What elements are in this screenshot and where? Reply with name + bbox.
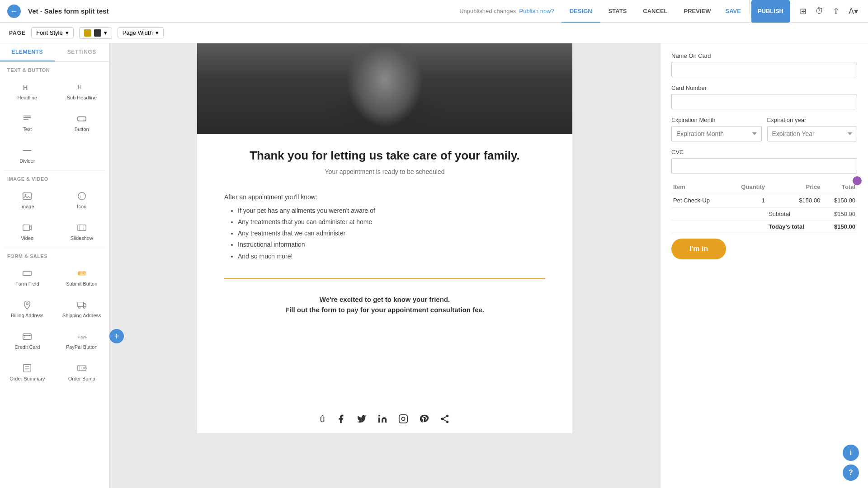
svg-rect-4 — [24, 119, 28, 120]
subtotal-value: $150.00 — [822, 208, 857, 221]
linkedin-icon[interactable] — [377, 414, 387, 424]
svg-text:H: H — [78, 84, 82, 90]
divider-icon — [22, 145, 32, 155]
text-button[interactable]: A▾ — [846, 5, 861, 18]
expiration-month-wrapper: Expiration Month January February March … — [671, 126, 762, 141]
table-row: Pet Check-Up 1 $150.00 $150.00 — [671, 193, 857, 208]
today-total-label: Today's total — [767, 221, 822, 233]
page-width-label: Page Width — [123, 29, 153, 36]
history-button[interactable]: ⏱ — [813, 5, 826, 18]
facebook-icon[interactable]: û — [320, 414, 325, 424]
thank-you-section: Thank you for letting us take care of yo… — [197, 134, 572, 193]
info-fab[interactable]: i — [843, 445, 859, 461]
tab-preview[interactable]: PREVIEW — [676, 0, 719, 23]
item-col-header: Item — [671, 181, 728, 193]
paypal-button-element[interactable]: PayPal PayPal Button — [55, 325, 109, 357]
svg-text:+ add: + add — [80, 366, 87, 370]
pinterest-icon[interactable] — [419, 414, 429, 424]
order-bump-icon: + add — [77, 363, 87, 373]
tab-stats[interactable]: STATS — [600, 0, 635, 23]
left-panel: ELEMENTS SETTINGS TEXT & BUTTON H Headli… — [0, 43, 109, 488]
elements-tab[interactable]: ELEMENTS — [0, 43, 55, 61]
list-item: Any treatments that we can administer — [238, 228, 545, 239]
today-total-value: $150.00 — [822, 221, 857, 233]
shipping-address-element[interactable]: Shipping Address — [55, 293, 109, 325]
image-element[interactable]: Image — [0, 184, 55, 216]
form-field-element[interactable]: Form Field — [0, 262, 55, 293]
icon-element[interactable]: i Icon — [55, 184, 109, 216]
svg-rect-19 — [78, 302, 84, 307]
color-picker-dropdown[interactable]: ▾ — [79, 27, 112, 39]
svg-line-39 — [443, 419, 446, 421]
form-sales-section-header: FORM & SALES — [0, 248, 109, 262]
nav-tabs: DESIGN STATS CANCEL PREVIEW SAVE PUBLISH — [561, 0, 790, 23]
button-element[interactable]: Button — [55, 107, 109, 139]
tab-design[interactable]: DESIGN — [561, 0, 600, 23]
credit-card-element[interactable]: Credit Card — [0, 325, 55, 357]
font-style-dropdown[interactable]: Font Style ▾ — [31, 27, 74, 38]
twitter-icon[interactable] — [357, 414, 367, 424]
video-element[interactable]: Video — [0, 216, 55, 248]
social-footer: û — [197, 405, 572, 433]
page-width-dropdown[interactable]: Page Width ▾ — [118, 27, 164, 38]
expiration-year-select[interactable]: Expiration Year 2024 2025 2026 2027 2028 — [767, 126, 858, 141]
image-icon — [22, 191, 32, 201]
share-button[interactable]: ⇧ — [830, 5, 842, 18]
order-table-wrapper: Item Quantity Price Total Pet Check-Up 1… — [671, 181, 857, 233]
name-on-card-input[interactable] — [671, 62, 857, 77]
thank-you-subheading: Your appointment is ready to be schedule… — [224, 168, 545, 175]
settings-tab[interactable]: SETTINGS — [55, 43, 109, 61]
svg-point-18 — [26, 303, 28, 305]
expiration-year-wrapper: Expiration Year 2024 2025 2026 2027 2028 — [767, 126, 858, 141]
slideshow-element[interactable]: Slideshow — [55, 216, 109, 248]
panel-tabs: ELEMENTS SETTINGS — [0, 43, 109, 62]
device-toggle-button[interactable]: ⊞ — [797, 5, 809, 18]
slideshow-icon — [77, 223, 87, 233]
headline-element[interactable]: H Headline — [0, 75, 55, 107]
text-element[interactable]: Text — [0, 107, 55, 139]
expiration-month-col: Expiration Month Expiration Month Januar… — [671, 117, 762, 141]
billing-address-icon — [22, 300, 32, 310]
order-bump-element[interactable]: + add Order Bump — [55, 357, 109, 388]
divider-element[interactable]: Divider — [0, 139, 55, 170]
video-icon — [22, 223, 32, 233]
help-fab[interactable]: ? — [843, 465, 859, 481]
order-summary-element[interactable]: Order Summary — [0, 357, 55, 388]
cvc-input[interactable] — [671, 158, 857, 174]
color-swatch-gold — [84, 29, 91, 37]
price-col-header: Price — [767, 181, 822, 193]
second-toolbar: PAGE Font Style ▾ ▾ Page Width ▾ — [0, 23, 868, 43]
facebook-icon[interactable] — [336, 414, 346, 424]
expiration-year-label: Expiration year — [767, 117, 858, 123]
top-navigation: ← Vet - Sales form split test Unpublishe… — [0, 0, 868, 23]
back-button[interactable]: ← — [7, 5, 21, 18]
quantity-cell: 1 — [728, 193, 767, 208]
publish-now-link[interactable]: Publish now? — [519, 8, 554, 14]
save-button[interactable]: SAVE — [719, 0, 747, 23]
color-swatch-dark — [94, 29, 101, 37]
svg-point-36 — [446, 415, 448, 418]
submit-button-element[interactable]: SUBMIT Submit Button — [55, 262, 109, 293]
publish-button[interactable]: PUBLISH — [751, 0, 790, 23]
instagram-icon[interactable] — [398, 414, 408, 424]
order-summary-icon — [22, 363, 32, 373]
price-cell: $150.00 — [767, 193, 822, 208]
share-icon[interactable] — [440, 414, 450, 424]
card-number-label: Card Number — [671, 84, 857, 91]
total-cell: $150.00 — [822, 193, 857, 208]
expiration-month-select[interactable]: Expiration Month January February March … — [671, 126, 762, 141]
excited-heading: We're excited to get to know your friend… — [224, 296, 545, 303]
image-video-section-header: IMAGE & VIDEO — [0, 171, 109, 184]
paypal-icon: PayPal — [77, 332, 87, 342]
order-table: Item Quantity Price Total Pet Check-Up 1… — [671, 181, 857, 233]
tab-cancel[interactable]: CANCEL — [635, 0, 675, 23]
card-number-input[interactable] — [671, 94, 857, 109]
add-element-button[interactable]: + — [109, 329, 124, 343]
svg-text:PayPal: PayPal — [78, 335, 87, 339]
sub-headline-element[interactable]: H Sub Headline — [55, 75, 109, 107]
svg-text:i: i — [80, 195, 81, 199]
im-in-button[interactable]: I'm in — [671, 239, 726, 259]
svg-line-40 — [443, 417, 446, 418]
billing-address-element[interactable]: Billing Address — [0, 293, 55, 325]
excited-section: We're excited to get to know your friend… — [197, 286, 572, 325]
